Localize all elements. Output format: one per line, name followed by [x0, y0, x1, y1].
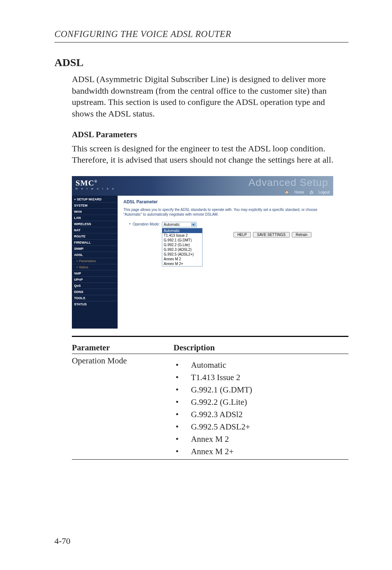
operation-mode-row: • Operation Mode: Automatic Automatic T1… [129, 222, 327, 227]
sidebar-item[interactable]: NAT [72, 227, 118, 233]
list-item: G.992.2 (G.Lite) [191, 398, 247, 407]
help-button[interactable]: HELP [233, 232, 251, 237]
sidebar-item[interactable]: STATUS [72, 301, 118, 307]
parameter-table: Parameter Description Operation Mode •Au… [72, 342, 348, 460]
brand-subtext: N e t w o r k s [75, 187, 115, 190]
banner-links: 🏠 Home ⏻ Logout [280, 190, 330, 194]
panel-title: ADSL Parameter [123, 199, 327, 204]
divider [72, 336, 348, 337]
body-paragraph: This screen is designed for the engineer… [72, 143, 348, 166]
list-item: Annex M 2+ [191, 447, 234, 456]
page-number: 4-70 [54, 536, 70, 546]
sidebar-subitem[interactable]: » Status [72, 264, 118, 270]
sidebar-item[interactable]: WAN [72, 208, 118, 215]
sidebar-item[interactable]: ADSL [72, 252, 118, 258]
operation-mode-label: Operation Mode: [133, 222, 160, 226]
sidebar-item[interactable]: SNMP [72, 245, 118, 252]
divider [72, 459, 348, 460]
list-item: G.992.1 (G.DMT) [191, 385, 252, 395]
intro-paragraph: ADSL (Asymmetric Digital Subscriber Line… [72, 74, 348, 120]
sidebar-item[interactable]: VoIP [72, 270, 118, 276]
sidebar-item[interactable]: DDNS [72, 289, 118, 295]
sidebar-item[interactable]: UPnP [72, 276, 118, 282]
sidebar-subitem[interactable]: » Parameters [72, 258, 118, 264]
banner: SMC® N e t w o r k s Advanced Setup 🏠 Ho… [72, 176, 333, 196]
button-row: HELP SAVE SETTINGS Retrain [233, 232, 311, 237]
section-title: ADSL [54, 56, 348, 69]
chevron-down-icon [192, 224, 195, 225]
router-screenshot: SMC® N e t w o r k s Advanced Setup 🏠 Ho… [72, 176, 333, 329]
content-panel: ADSL Parameter This page allows you to s… [118, 196, 333, 329]
dropdown-option[interactable]: T1.413 Issue 2 [162, 233, 202, 238]
dropdown-option[interactable]: G.992.5 (ADSL2+) [162, 252, 202, 257]
divider [54, 42, 348, 42]
dropdown-option[interactable]: G.992.2 (G.Lite) [162, 243, 202, 247]
list-item: Annex M 2 [191, 435, 229, 444]
retrain-button[interactable]: Retrain [292, 232, 311, 237]
save-settings-button[interactable]: SAVE SETTINGS [253, 232, 290, 237]
sidebar-item[interactable]: WIRELESS [72, 221, 118, 227]
list-item: G.992.3 ADSl2 [191, 410, 243, 419]
sidebar-item[interactable]: FIREWALL [72, 239, 118, 245]
dropdown-option[interactable]: G.992.3 (ADSL2) [162, 247, 202, 252]
sidebar-item[interactable]: QoS [72, 282, 118, 289]
subsection-title: ADSL Parameters [72, 130, 348, 139]
list-item: T1.413 Issue 2 [191, 373, 240, 382]
bullet-icon: • [129, 222, 131, 226]
operation-mode-select[interactable]: Automatic Automatic T1.413 Issue 2 G.992… [162, 222, 197, 227]
table-cell-parameter: Operation Mode [72, 356, 173, 458]
sidebar-item[interactable]: LAN [72, 215, 118, 221]
document-page: CONFIGURING THE VOICE ADSL ROUTER ADSL A… [0, 0, 392, 570]
brand-logo: SMC® [75, 178, 97, 188]
list-item: G.992.5 ADSL2+ [191, 422, 250, 432]
dropdown-option[interactable]: Annex M 2 [162, 257, 202, 261]
dropdown-option[interactable]: Annex M 2+ [162, 261, 202, 266]
logout-link[interactable]: ⏻ Logout [310, 190, 330, 194]
table-header-description: Description [173, 343, 348, 353]
table-cell-description: •Automatic •T1.413 Issue 2 •G.992.1 (G.D… [173, 356, 348, 458]
list-item: Automatic [191, 361, 226, 370]
table-header-parameter: Parameter [72, 343, 173, 353]
panel-description: This page allows you to specify the ADSL… [123, 207, 327, 217]
operation-mode-dropdown[interactable]: Automatic T1.413 Issue 2 G.992.1 (G.DMT)… [162, 228, 203, 266]
sidebar-item[interactable]: ROUTE [72, 233, 118, 239]
sidebar-item[interactable]: SYSTEM [72, 202, 118, 208]
dropdown-option[interactable]: G.992.1 (G.DMT) [162, 238, 202, 243]
dropdown-option[interactable]: Automatic [162, 228, 202, 233]
home-link[interactable]: 🏠 Home [285, 190, 304, 194]
banner-title: Advanced Setup [249, 177, 328, 188]
chapter-heading: CONFIGURING THE VOICE ADSL ROUTER [54, 29, 348, 39]
sidebar-item[interactable]: TOOLS [72, 295, 118, 301]
sidebar-item[interactable]: » SETUP WIZARD [72, 196, 118, 202]
sidebar: » SETUP WIZARD SYSTEM WAN LAN WIRELESS N… [72, 196, 118, 329]
